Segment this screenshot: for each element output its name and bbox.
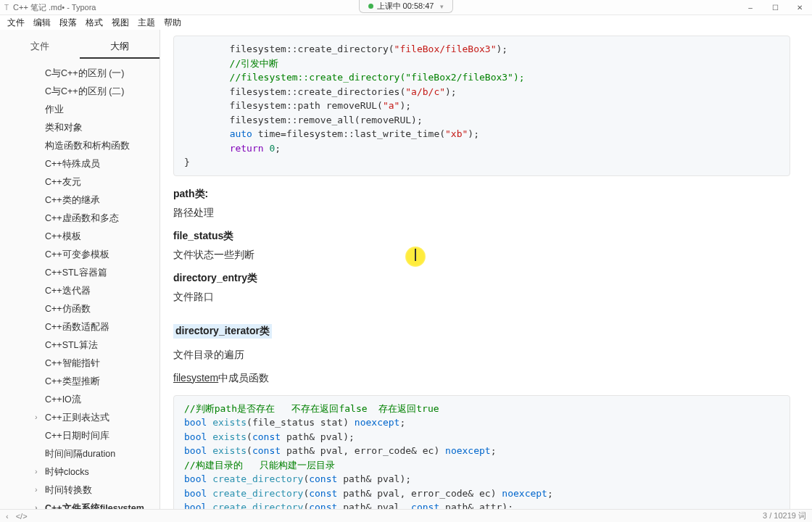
menu-edit[interactable]: 编辑: [29, 15, 55, 30]
outline-item[interactable]: C++智能指针: [6, 355, 160, 373]
status-bar: ‹ </> 3 / 10219 词: [0, 509, 812, 522]
outline-item[interactable]: 时间间隔duration: [6, 445, 160, 463]
menu-help[interactable]: 帮助: [160, 15, 186, 30]
outline-item[interactable]: 类和对象: [6, 119, 160, 137]
outline-item[interactable]: C++类型推断: [6, 373, 160, 391]
sidebar: 文件 大纲 C与C++的区别 (一)C与C++的区别 (二)作业类和对象构造函数…: [0, 30, 160, 509]
text-file-status-desc[interactable]: 文件状态一些判断: [173, 249, 790, 262]
heading-directory-entry[interactable]: directory_entry类: [173, 272, 790, 285]
outline-list[interactable]: C与C++的区别 (一)C与C++的区别 (二)作业类和对象构造函数和析构函数C…: [0, 59, 160, 509]
app-icon: T: [4, 4, 9, 12]
code-block-2[interactable]: //判断path是否存在 不存在返回false 存在返回true bool ex…: [173, 395, 790, 510]
close-button[interactable]: ✕: [787, 0, 812, 15]
recording-dot-icon: [368, 4, 373, 9]
recording-indicator[interactable]: 上课中 00:58:47 ▾: [359, 0, 453, 13]
menu-view[interactable]: 视图: [107, 15, 133, 30]
outline-item[interactable]: 构造函数和析构函数: [6, 137, 160, 155]
outline-item[interactable]: C++STL容器篇: [6, 264, 160, 282]
outline-item[interactable]: C++函数适配器: [6, 318, 160, 336]
outline-item[interactable]: C++可变参模板: [6, 246, 160, 264]
outline-item[interactable]: C++虚函数和多态: [6, 210, 160, 228]
minimize-button[interactable]: –: [738, 0, 763, 15]
menu-bar: 文件 编辑 段落 格式 视图 主题 帮助: [0, 15, 812, 30]
outline-item[interactable]: C++日期时间库: [6, 427, 160, 445]
heading-directory-iterator[interactable]: directory_iterator类: [173, 324, 272, 339]
outline-item[interactable]: 作业: [6, 101, 160, 119]
heading-file-status[interactable]: file_status类: [173, 230, 790, 243]
code-block-1[interactable]: filesystem::create_directory("fileBox/fi…: [173, 36, 790, 176]
window-title: C++ 笔记 .md• - Typora: [13, 2, 96, 13]
word-count[interactable]: 3 / 10219 词: [763, 510, 806, 521]
maximize-button[interactable]: ☐: [763, 0, 787, 15]
outline-item[interactable]: C++正则表达式: [6, 409, 160, 427]
outline-item[interactable]: C++类的继承: [6, 191, 160, 210]
tab-files[interactable]: 文件: [0, 36, 80, 59]
heading-path[interactable]: path类:: [173, 188, 790, 201]
menu-format[interactable]: 格式: [81, 15, 107, 30]
menu-theme[interactable]: 主题: [133, 15, 160, 30]
menu-paragraph[interactable]: 段落: [55, 15, 81, 30]
outline-item[interactable]: C++STL算法: [6, 336, 160, 355]
outline-item[interactable]: C与C++的区别 (二): [6, 83, 160, 101]
menu-file[interactable]: 文件: [3, 15, 29, 30]
text-directory-iterator-desc[interactable]: 文件目录的遍历: [173, 349, 790, 362]
window-controls: – ☐ ✕: [738, 0, 812, 15]
recording-time: 上课中 00:58:47: [377, 1, 434, 12]
nav-back-icon[interactable]: ‹: [6, 512, 9, 521]
outline-item[interactable]: C++IO流: [6, 391, 160, 409]
outline-item[interactable]: C++模板: [6, 228, 160, 246]
outline-item[interactable]: 时间转换数: [6, 481, 160, 500]
source-mode-icon[interactable]: </>: [16, 512, 28, 521]
text-path-desc[interactable]: 路径处理: [173, 207, 790, 220]
outline-item[interactable]: C++友元: [6, 173, 160, 191]
outline-item[interactable]: C++特殊成员: [6, 155, 160, 173]
text-directory-entry-desc[interactable]: 文件路口: [173, 291, 790, 304]
chevron-down-icon[interactable]: ▾: [440, 3, 444, 10]
editor[interactable]: filesystem::create_directory("fileBox/fi…: [160, 30, 812, 509]
outline-item[interactable]: 时钟clocks: [6, 463, 160, 481]
text-filesystem-members[interactable]: filesystem中成员函数: [173, 372, 790, 385]
outline-item[interactable]: C++文件系统filesystem: [6, 500, 160, 509]
outline-item[interactable]: C++迭代器: [6, 282, 160, 300]
outline-item[interactable]: C++仿函数: [6, 300, 160, 318]
outline-item[interactable]: C与C++的区别 (一): [6, 65, 160, 83]
tab-outline[interactable]: 大纲: [80, 36, 160, 59]
